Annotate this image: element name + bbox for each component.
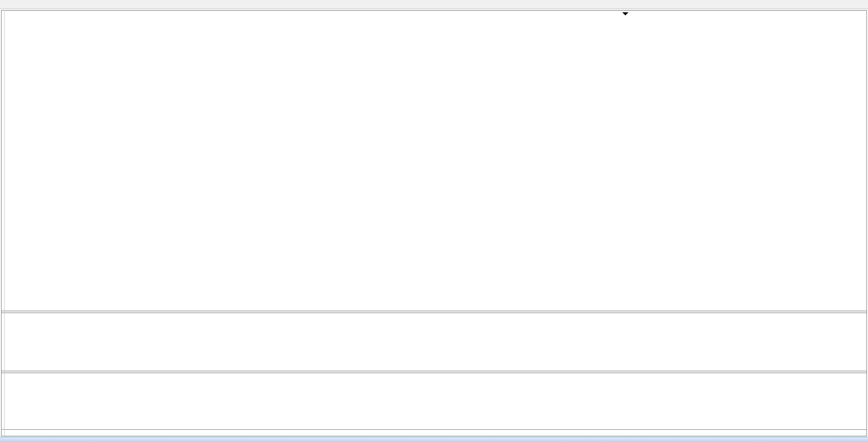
window-bottom-edge <box>0 437 868 442</box>
macd-panel-separator[interactable] <box>2 311 866 313</box>
toolbar <box>0 0 868 9</box>
rsi-panel-separator[interactable] <box>2 371 866 373</box>
chart-title <box>7 13 16 19</box>
mt4-terminal <box>0 0 868 442</box>
chart-shift-marker-icon[interactable] <box>622 12 628 15</box>
time-axis-separator <box>2 429 866 430</box>
